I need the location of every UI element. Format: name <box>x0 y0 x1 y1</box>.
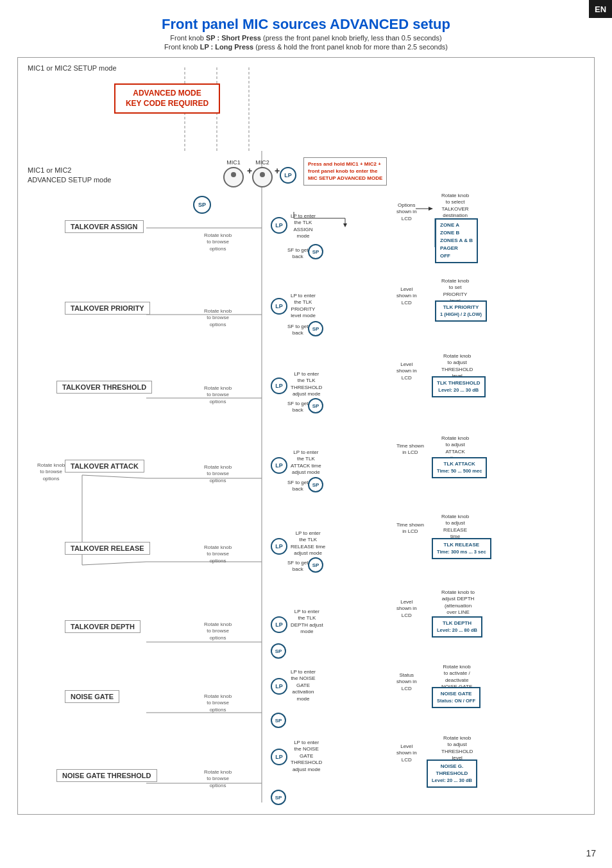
mic1-label-area: MIC1 <box>223 159 244 187</box>
lp-threshold-text: LP to enterthe TLKTHRESHOLDadjust mode <box>291 371 322 398</box>
level-lcd-priority: Levelshown inLCD <box>396 286 417 306</box>
ng-threshold-box: NOISE G.THRESHOLDLevel: 20 ... 30 dB <box>427 759 477 788</box>
lp-noisegate: LP <box>271 678 287 695</box>
talkover-attack-section: TALKOVER ATTACK <box>65 460 144 473</box>
sp-final: SP <box>271 790 286 805</box>
rotate-attack: Rotate knobto browseoptions <box>204 464 232 484</box>
title-section: Front panel MIC sources ADVANCED setup F… <box>13 16 599 51</box>
talkover-assign-box: TALKOVER ASSIGN <box>65 220 144 233</box>
noise-gate-box: NOISE GATE <box>65 690 119 703</box>
rotate-threshold: Rotate knobto browseoptions <box>204 385 232 405</box>
svg-line-13 <box>82 475 146 478</box>
rotate-priority: Rotate knobto browseoptions <box>204 308 232 328</box>
mic1-knob <box>223 167 244 187</box>
level-lcd-ngthreshold: Levelshown inLCD <box>396 743 417 763</box>
subtitle-line-1: Front knob SP : Short Press (press the f… <box>13 34 599 42</box>
lp-attack-text: LP to enterthe TLKATTACK timeadjust mode <box>291 449 321 476</box>
rotate-noisegate: Rotate knobto browseoptions <box>204 693 232 713</box>
lp-release-text: LP to enterthe TLKRELEASE timeadjust mod… <box>291 530 325 557</box>
mic2-knob <box>252 167 273 187</box>
lp-ngthreshold-text: LP to enterthe NOISEGATETHRESHOLDadjust … <box>291 740 322 773</box>
lp-priority-text: LP to enterthe TLKPRIORITYlevel mode <box>291 293 316 320</box>
talkover-attack-box: TALKOVER ATTACK <box>65 460 144 473</box>
tlk-release-box: TLK RELEASETime: 300 ms ... 3 sec <box>432 538 491 559</box>
talkover-release-box: TALKOVER RELEASE <box>65 542 150 555</box>
en-badge: EN <box>589 0 612 18</box>
lp-noisegate-text: LP to enterthe NOISEGATEactivationmode <box>291 669 316 702</box>
sp-assign-back: SP <box>308 244 323 259</box>
talkover-release-section: TALKOVER RELEASE <box>65 542 150 555</box>
plus-sign-2: + <box>275 166 280 176</box>
sp-threshold-back: SP <box>308 398 323 413</box>
page-number: 17 <box>586 848 596 858</box>
talkover-threshold-box: TALKOVER THRESHOLD <box>56 381 152 394</box>
lp-assign: LP <box>271 217 287 234</box>
sp-attack-back-text: SF to getback <box>287 480 308 493</box>
sp-release-back: SP <box>308 557 323 573</box>
talkover-depth-box: TALKOVER DEPTH <box>65 620 140 633</box>
page-container: EN Front panel MIC sources ADVANCED setu… <box>0 0 612 868</box>
main-title: Front panel MIC sources ADVANCED setup <box>13 16 599 33</box>
lp-depth-text: LP to enterthe TLKDEPTH adjustmode <box>291 609 323 636</box>
sp-threshold-back-text: SF to getback <box>287 401 308 414</box>
noise-gate-status-box: NOISE GATEStatus: ON / OFF <box>432 687 480 708</box>
subtitle-line-2: Front knob LP : Long Press (press & hold… <box>13 43 599 51</box>
rotate-ngthreshold: Rotate knobto browseoptions <box>204 769 232 789</box>
level-lcd-depth: Levelshown inLCD <box>396 599 417 619</box>
status-lcd-noisegate: Statusshown inLCD <box>396 672 417 692</box>
rotate-release: Rotate knobto browseoptions <box>204 544 232 564</box>
tlk-attack-box: TLK ATTACKTime: 50 ... 500 mec <box>432 457 487 478</box>
talkover-priority-section: TALKOVER PRIORITY <box>65 302 150 315</box>
lp-attack: LP <box>271 457 287 474</box>
lp-depth: LP <box>271 616 287 633</box>
lp-ngthreshold: LP <box>271 749 287 765</box>
rotate-right-ngthreshold: Rotate knobto adjustTHRESHOLDlevel <box>441 735 473 762</box>
sp-initial: SP <box>193 196 211 214</box>
sp-priority-back: SP <box>308 321 323 336</box>
setup-mode-label: MIC1 or MIC2 SETUP mode <box>28 64 117 72</box>
diagram-box: MIC1 or MIC2 SETUP mode ADVANCED MODE KE… <box>17 57 595 815</box>
rotate-left-attack: Rotate knobto browseoptions <box>37 462 65 482</box>
sp-noisegate: SP <box>271 713 286 728</box>
rotate-assign: Rotate knobto browseoptions <box>204 232 232 252</box>
noise-gate-section: NOISE GATE <box>65 690 119 703</box>
mic-advanced-label: MIC1 or MIC2 ADVANCED SETUP mode <box>28 166 111 186</box>
talkover-priority-box: TALKOVER PRIORITY <box>65 302 150 315</box>
talkover-depth-section: TALKOVER DEPTH <box>65 620 140 633</box>
tlk-depth-box: TLK DEPTHLevel: 20 ... 80 dB <box>432 616 482 638</box>
sp-assign-back-text: SF to getback <box>287 247 308 261</box>
lp-release: LP <box>271 538 287 555</box>
noise-gate-threshold-section: NOISE GATE THRESHOLD <box>56 769 157 782</box>
mic2-label-area: MIC2 <box>252 159 273 187</box>
talkover-threshold-section: TALKOVER THRESHOLD <box>56 381 152 394</box>
lp-assign-text: LP to enterthe TLKASSIGNmode <box>291 213 316 240</box>
zone-list-box: ZONE AZONE BZONES A & BPAGEROFF <box>435 218 478 263</box>
lp-mic-top: LP <box>280 167 296 184</box>
svg-line-14 <box>82 562 146 565</box>
sp-release-back-text: SF to getback <box>287 560 308 573</box>
svg-marker-18 <box>343 223 347 227</box>
talkover-assign-section: TALKOVER ASSIGN <box>65 220 144 233</box>
rotate-right-assign: Rotate knobto selectTALKOVERdestination <box>441 193 469 220</box>
level-lcd-threshold: Levelshown inLCD <box>396 361 417 381</box>
advanced-mode-box: ADVANCED MODE KEY CODE REQUIRED <box>114 83 220 114</box>
tlk-threshold-box: TLK THRESHOLDLevel: 20 ... 30 dB <box>432 376 486 397</box>
press-hold-box: Press and hold MIC1 + MIC2 +front panel … <box>303 157 387 186</box>
svg-marker-20 <box>429 207 433 211</box>
rotate-right-release: Rotate knobto adjustRELEASEtime <box>441 514 469 541</box>
sp-attack-back: SP <box>308 477 323 492</box>
options-lcd-assign: Optionsshown inLCD <box>396 202 417 222</box>
lp-priority: LP <box>271 298 287 315</box>
tlk-priority-box: TLK PRIORITY1 (HIGH) / 2 (LOW) <box>435 300 487 322</box>
rotate-depth: Rotate knobto browseoptions <box>204 621 232 641</box>
noise-gate-threshold-box: NOISE GATE THRESHOLD <box>56 769 157 782</box>
time-lcd-release: Time shownin LCD <box>396 522 424 535</box>
advanced-mode-title: ADVANCED MODE KEY CODE REQUIRED <box>114 83 220 114</box>
plus-sign-1: + <box>247 166 252 176</box>
time-lcd-attack: Time shownin LCD <box>396 443 424 456</box>
sp-priority-back-text: SF to getback <box>287 324 308 337</box>
lp-threshold: LP <box>271 378 287 394</box>
sp-depth: SP <box>271 643 286 659</box>
